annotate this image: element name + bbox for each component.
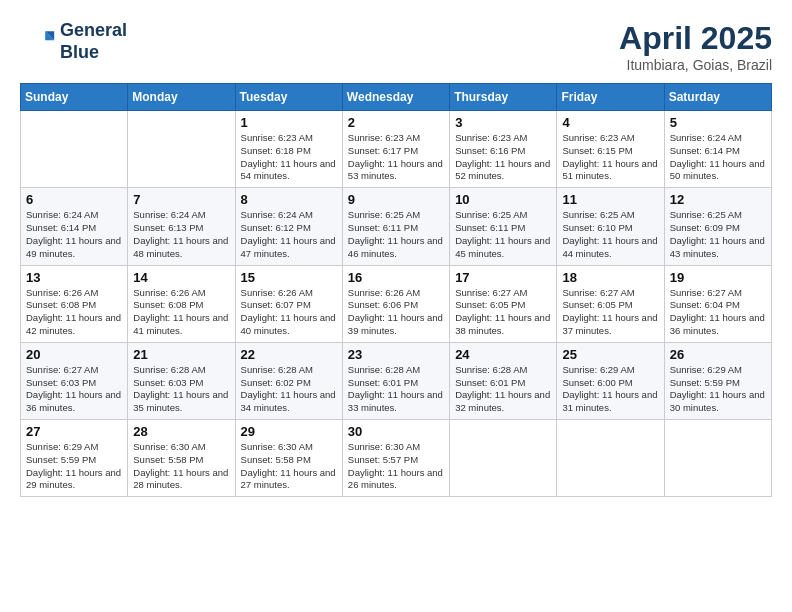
calendar-week-4: 20Sunrise: 6:27 AM Sunset: 6:03 PM Dayli… [21, 342, 772, 419]
title-block: April 2025 Itumbiara, Goias, Brazil [619, 20, 772, 73]
calendar-cell [450, 420, 557, 497]
calendar-cell: 21Sunrise: 6:28 AM Sunset: 6:03 PM Dayli… [128, 342, 235, 419]
day-number: 25 [562, 347, 658, 362]
day-number: 4 [562, 115, 658, 130]
calendar-cell: 13Sunrise: 6:26 AM Sunset: 6:08 PM Dayli… [21, 265, 128, 342]
calendar-cell: 27Sunrise: 6:29 AM Sunset: 5:59 PM Dayli… [21, 420, 128, 497]
day-number: 21 [133, 347, 229, 362]
calendar-cell: 1Sunrise: 6:23 AM Sunset: 6:18 PM Daylig… [235, 111, 342, 188]
day-number: 5 [670, 115, 766, 130]
logo: General Blue [20, 20, 127, 63]
day-number: 26 [670, 347, 766, 362]
calendar-cell: 18Sunrise: 6:27 AM Sunset: 6:05 PM Dayli… [557, 265, 664, 342]
month-title: April 2025 [619, 20, 772, 57]
cell-info: Sunrise: 6:25 AM Sunset: 6:09 PM Dayligh… [670, 209, 766, 260]
cell-info: Sunrise: 6:24 AM Sunset: 6:14 PM Dayligh… [670, 132, 766, 183]
calendar-cell: 26Sunrise: 6:29 AM Sunset: 5:59 PM Dayli… [664, 342, 771, 419]
day-number: 24 [455, 347, 551, 362]
day-number: 2 [348, 115, 444, 130]
weekday-header-saturday: Saturday [664, 84, 771, 111]
page-header: General Blue April 2025 Itumbiara, Goias… [20, 20, 772, 73]
cell-info: Sunrise: 6:29 AM Sunset: 5:59 PM Dayligh… [670, 364, 766, 415]
calendar-cell: 14Sunrise: 6:26 AM Sunset: 6:08 PM Dayli… [128, 265, 235, 342]
cell-info: Sunrise: 6:27 AM Sunset: 6:05 PM Dayligh… [562, 287, 658, 338]
calendar-cell: 12Sunrise: 6:25 AM Sunset: 6:09 PM Dayli… [664, 188, 771, 265]
calendar-cell: 3Sunrise: 6:23 AM Sunset: 6:16 PM Daylig… [450, 111, 557, 188]
weekday-header-wednesday: Wednesday [342, 84, 449, 111]
calendar-week-1: 1Sunrise: 6:23 AM Sunset: 6:18 PM Daylig… [21, 111, 772, 188]
day-number: 7 [133, 192, 229, 207]
cell-info: Sunrise: 6:23 AM Sunset: 6:18 PM Dayligh… [241, 132, 337, 183]
calendar-cell: 15Sunrise: 6:26 AM Sunset: 6:07 PM Dayli… [235, 265, 342, 342]
location: Itumbiara, Goias, Brazil [619, 57, 772, 73]
cell-info: Sunrise: 6:24 AM Sunset: 6:12 PM Dayligh… [241, 209, 337, 260]
day-number: 28 [133, 424, 229, 439]
calendar-cell [128, 111, 235, 188]
cell-info: Sunrise: 6:30 AM Sunset: 5:58 PM Dayligh… [133, 441, 229, 492]
day-number: 20 [26, 347, 122, 362]
calendar-body: 1Sunrise: 6:23 AM Sunset: 6:18 PM Daylig… [21, 111, 772, 497]
calendar-cell: 28Sunrise: 6:30 AM Sunset: 5:58 PM Dayli… [128, 420, 235, 497]
day-number: 12 [670, 192, 766, 207]
calendar-cell: 6Sunrise: 6:24 AM Sunset: 6:14 PM Daylig… [21, 188, 128, 265]
day-number: 22 [241, 347, 337, 362]
cell-info: Sunrise: 6:26 AM Sunset: 6:07 PM Dayligh… [241, 287, 337, 338]
cell-info: Sunrise: 6:24 AM Sunset: 6:14 PM Dayligh… [26, 209, 122, 260]
cell-info: Sunrise: 6:30 AM Sunset: 5:57 PM Dayligh… [348, 441, 444, 492]
day-number: 9 [348, 192, 444, 207]
calendar-cell: 11Sunrise: 6:25 AM Sunset: 6:10 PM Dayli… [557, 188, 664, 265]
cell-info: Sunrise: 6:27 AM Sunset: 6:05 PM Dayligh… [455, 287, 551, 338]
day-number: 13 [26, 270, 122, 285]
calendar-cell: 24Sunrise: 6:28 AM Sunset: 6:01 PM Dayli… [450, 342, 557, 419]
calendar-cell: 10Sunrise: 6:25 AM Sunset: 6:11 PM Dayli… [450, 188, 557, 265]
calendar-cell: 8Sunrise: 6:24 AM Sunset: 6:12 PM Daylig… [235, 188, 342, 265]
cell-info: Sunrise: 6:25 AM Sunset: 6:11 PM Dayligh… [348, 209, 444, 260]
cell-info: Sunrise: 6:28 AM Sunset: 6:01 PM Dayligh… [348, 364, 444, 415]
cell-info: Sunrise: 6:28 AM Sunset: 6:03 PM Dayligh… [133, 364, 229, 415]
day-number: 19 [670, 270, 766, 285]
calendar-cell: 30Sunrise: 6:30 AM Sunset: 5:57 PM Dayli… [342, 420, 449, 497]
cell-info: Sunrise: 6:26 AM Sunset: 6:06 PM Dayligh… [348, 287, 444, 338]
calendar-cell: 4Sunrise: 6:23 AM Sunset: 6:15 PM Daylig… [557, 111, 664, 188]
day-number: 10 [455, 192, 551, 207]
day-number: 14 [133, 270, 229, 285]
calendar-cell: 29Sunrise: 6:30 AM Sunset: 5:58 PM Dayli… [235, 420, 342, 497]
day-number: 16 [348, 270, 444, 285]
cell-info: Sunrise: 6:28 AM Sunset: 6:01 PM Dayligh… [455, 364, 551, 415]
calendar-cell [21, 111, 128, 188]
cell-info: Sunrise: 6:23 AM Sunset: 6:15 PM Dayligh… [562, 132, 658, 183]
calendar-cell: 23Sunrise: 6:28 AM Sunset: 6:01 PM Dayli… [342, 342, 449, 419]
calendar-cell: 19Sunrise: 6:27 AM Sunset: 6:04 PM Dayli… [664, 265, 771, 342]
calendar-table: SundayMondayTuesdayWednesdayThursdayFrid… [20, 83, 772, 497]
calendar-cell: 22Sunrise: 6:28 AM Sunset: 6:02 PM Dayli… [235, 342, 342, 419]
cell-info: Sunrise: 6:29 AM Sunset: 5:59 PM Dayligh… [26, 441, 122, 492]
day-number: 23 [348, 347, 444, 362]
weekday-header-friday: Friday [557, 84, 664, 111]
cell-info: Sunrise: 6:26 AM Sunset: 6:08 PM Dayligh… [26, 287, 122, 338]
cell-info: Sunrise: 6:26 AM Sunset: 6:08 PM Dayligh… [133, 287, 229, 338]
day-number: 18 [562, 270, 658, 285]
day-number: 6 [26, 192, 122, 207]
calendar-week-3: 13Sunrise: 6:26 AM Sunset: 6:08 PM Dayli… [21, 265, 772, 342]
calendar-cell: 9Sunrise: 6:25 AM Sunset: 6:11 PM Daylig… [342, 188, 449, 265]
cell-info: Sunrise: 6:24 AM Sunset: 6:13 PM Dayligh… [133, 209, 229, 260]
weekday-header-sunday: Sunday [21, 84, 128, 111]
day-number: 1 [241, 115, 337, 130]
day-number: 17 [455, 270, 551, 285]
calendar-week-2: 6Sunrise: 6:24 AM Sunset: 6:14 PM Daylig… [21, 188, 772, 265]
cell-info: Sunrise: 6:23 AM Sunset: 6:17 PM Dayligh… [348, 132, 444, 183]
day-number: 8 [241, 192, 337, 207]
calendar-header-row: SundayMondayTuesdayWednesdayThursdayFrid… [21, 84, 772, 111]
calendar-cell: 17Sunrise: 6:27 AM Sunset: 6:05 PM Dayli… [450, 265, 557, 342]
calendar-week-5: 27Sunrise: 6:29 AM Sunset: 5:59 PM Dayli… [21, 420, 772, 497]
calendar-cell: 25Sunrise: 6:29 AM Sunset: 6:00 PM Dayli… [557, 342, 664, 419]
logo-text: General Blue [60, 20, 127, 63]
calendar-cell: 2Sunrise: 6:23 AM Sunset: 6:17 PM Daylig… [342, 111, 449, 188]
cell-info: Sunrise: 6:25 AM Sunset: 6:10 PM Dayligh… [562, 209, 658, 260]
weekday-header-thursday: Thursday [450, 84, 557, 111]
calendar-cell: 7Sunrise: 6:24 AM Sunset: 6:13 PM Daylig… [128, 188, 235, 265]
day-number: 27 [26, 424, 122, 439]
day-number: 11 [562, 192, 658, 207]
cell-info: Sunrise: 6:29 AM Sunset: 6:00 PM Dayligh… [562, 364, 658, 415]
cell-info: Sunrise: 6:25 AM Sunset: 6:11 PM Dayligh… [455, 209, 551, 260]
